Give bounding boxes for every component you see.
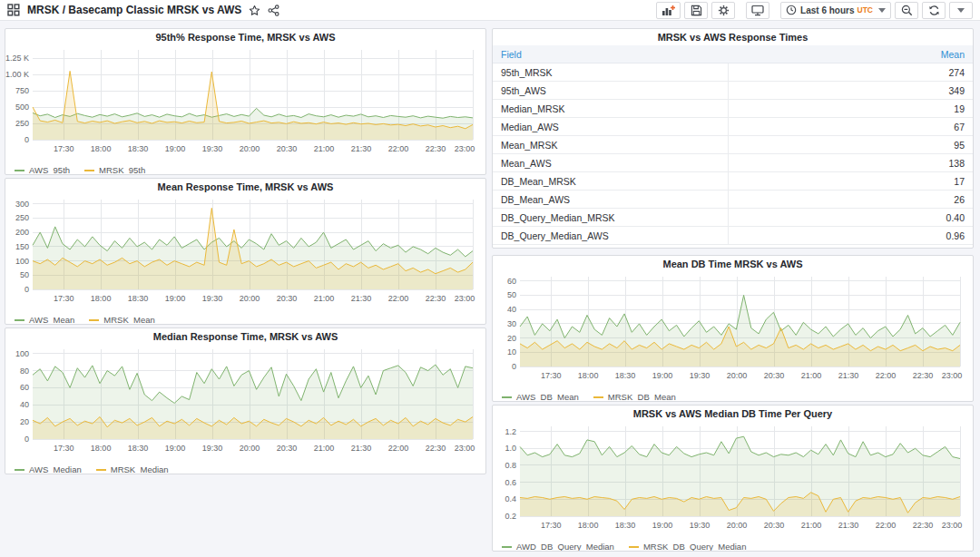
dashboard-title[interactable]: MRSK / Basecamp Classic MRSK vs AWS [27,4,241,16]
svg-text:18:00: 18:00 [91,444,112,453]
svg-text:20:30: 20:30 [277,444,298,453]
svg-text:20:00: 20:00 [727,521,748,530]
svg-text:250: 250 [15,213,29,222]
star-icon[interactable] [249,5,260,16]
svg-text:21:30: 21:30 [838,521,859,530]
svg-text:20:00: 20:00 [727,371,748,380]
svg-text:60: 60 [507,277,516,286]
svg-text:22:00: 22:00 [388,144,409,153]
tv-mode-button[interactable] [746,2,769,19]
svg-text:18:30: 18:30 [615,521,636,530]
legend-series-color [502,396,512,398]
svg-text:300: 300 [15,200,29,209]
svg-text:22:00: 22:00 [876,371,897,380]
svg-text:22:30: 22:30 [913,521,934,530]
refresh-icon [928,5,940,16]
svg-text:21:00: 21:00 [801,371,822,380]
column-header-mean[interactable]: Mean [728,45,973,64]
table-row: DB_Mean_MRSK 17 [493,172,973,191]
svg-text:21:00: 21:00 [314,294,335,303]
apps-grid-icon[interactable] [7,4,20,16]
legend-item[interactable]: AWS_Mean [15,315,74,325]
svg-text:17:30: 17:30 [54,444,74,453]
svg-text:20:00: 20:00 [240,144,260,153]
zoom-out-button[interactable] [895,2,918,19]
time-picker-button[interactable]: Last 6 hours UTC [780,2,891,19]
mean-cell: 0.96 [728,227,973,245]
time-series-chart[interactable]: 02505007501.00 K1.25 K17:3018:0018:3019:… [5,45,485,163]
legend-series-color [89,319,99,321]
svg-text:0: 0 [24,285,29,294]
svg-text:19:30: 19:30 [690,371,710,380]
mean-cell: 274 [728,64,973,82]
time-series-chart[interactable]: 02040608010017:3018:0018:3019:0019:3020:… [5,345,485,463]
svg-text:21:00: 21:00 [314,444,335,453]
legend-item[interactable]: AWS_DB_Mean [502,392,579,402]
svg-text:19:30: 19:30 [202,444,223,453]
table-row: Median_MRSK 19 [493,100,973,118]
legend-item[interactable]: MRSK_Mean [89,315,155,325]
svg-text:1.25 K: 1.25 K [5,54,29,63]
svg-text:18:30: 18:30 [128,144,149,153]
svg-text:40: 40 [507,305,516,314]
top-navbar: MRSK / Basecamp Classic MRSK vs AWS [0,0,980,21]
svg-text:20: 20 [507,334,516,343]
legend-item[interactable]: AWS_Median [15,464,82,474]
share-icon[interactable] [268,5,279,16]
graph-add-icon [662,5,675,16]
legend-item[interactable]: AWS_95th [15,165,70,175]
time-series-chart[interactable]: 05010015020025030017:3018:0018:3019:0019… [5,195,485,313]
svg-text:19:30: 19:30 [202,144,223,153]
svg-text:21:00: 21:00 [801,521,822,530]
panel-title[interactable]: MRSK vs AWS Response Times [493,29,973,45]
chart-canvas: 010203040506017:3018:0018:3019:0019:3020… [493,272,965,386]
svg-text:17:30: 17:30 [54,144,74,153]
svg-text:10: 10 [507,347,516,357]
panel-mean-db-time: Mean DB Time MRSK vs AWS 010203040506017… [492,255,974,402]
panel-title[interactable]: Mean Response Time, MRSK vs AWS [5,179,485,195]
time-series-chart[interactable]: 010203040506017:3018:0018:3019:0019:3020… [493,272,973,390]
chart-canvas: 05010015020025030017:3018:0018:3019:0019… [5,195,478,309]
svg-text:200: 200 [15,228,29,237]
legend-series-color [15,170,24,171]
dashboard-settings-button[interactable] [711,2,735,19]
field-cell: DB_Query_Median_AWS [493,227,728,245]
table-row: Mean_MRSK 95 [493,136,973,154]
gear-icon [718,5,730,16]
svg-text:23:00: 23:00 [455,144,475,153]
svg-text:22:30: 22:30 [426,294,446,303]
save-icon [691,5,702,16]
panel-mean-response-time: Mean Response Time, MRSK vs AWS 05010015… [5,178,486,325]
refresh-button[interactable] [922,2,946,19]
panel-title[interactable]: Median Response Time, MRSK vs AWS [5,328,485,345]
save-dashboard-button[interactable] [684,2,708,19]
svg-text:20:30: 20:30 [277,294,298,303]
legend-item[interactable]: MRSK_95th [84,165,145,175]
legend-item[interactable]: MRSK_Median [96,464,169,474]
panel-median-db-time-per-query: MRSK vs AWS Median DB Time Per Query 0.2… [492,405,974,552]
legend-item[interactable]: MRSK_DB_Query_Median [629,542,747,552]
svg-text:0.8: 0.8 [505,461,516,470]
svg-text:23:00: 23:00 [942,371,963,380]
field-cell: Mean_AWS [493,154,728,172]
svg-text:60: 60 [20,383,29,392]
legend-item[interactable]: AWD_DB_Query_Median [502,542,614,552]
svg-text:21:30: 21:30 [351,294,372,303]
svg-text:22:30: 22:30 [913,371,934,380]
svg-text:100: 100 [15,257,29,266]
table-row: Median_AWS 67 [493,118,973,136]
stats-table: Field Mean 95th_MRSK 274 95th_AWS 349 Me… [493,45,973,245]
svg-text:17:30: 17:30 [54,294,74,303]
svg-text:0: 0 [24,435,29,444]
panel-title[interactable]: 95th% Response Time, MRSK vs AWS [5,29,485,45]
panel-title[interactable]: MRSK vs AWS Median DB Time Per Query [493,406,973,422]
panel-title[interactable]: Mean DB Time MRSK vs AWS [493,256,973,272]
legend-item[interactable]: MRSK_DB_Mean [593,392,676,402]
time-series-chart[interactable]: 0.20.40.60.81.01.217:3018:0018:3019:0019… [493,422,973,540]
column-header-field[interactable]: Field [493,45,728,64]
legend-series-color [15,319,24,321]
add-panel-button[interactable] [656,2,681,19]
refresh-interval-button[interactable] [949,2,973,19]
svg-text:21:30: 21:30 [838,371,859,380]
legend-series-color [502,546,512,548]
